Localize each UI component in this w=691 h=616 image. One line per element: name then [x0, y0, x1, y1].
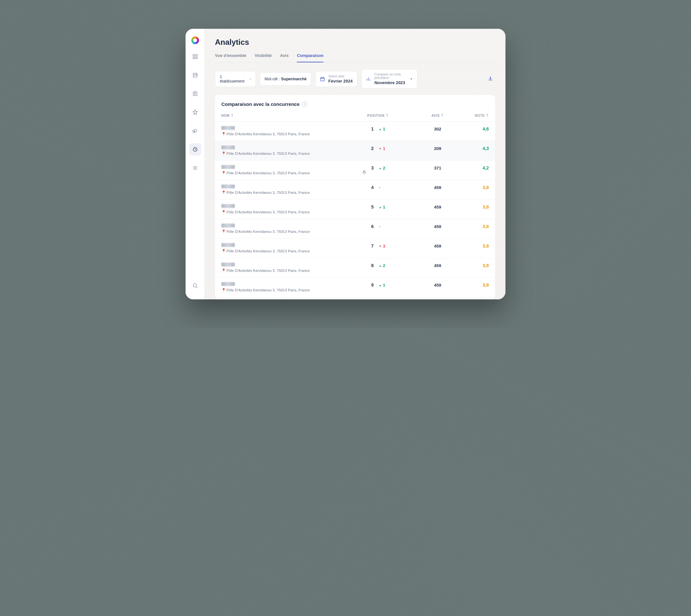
- svg-point-7: [193, 284, 197, 287]
- table-row[interactable]: 📍Pôle D'Activités Kervidanou 3, 75013 Pa…: [215, 180, 495, 200]
- card-heading-row: Comparaison avec la concurrence i: [215, 95, 495, 109]
- table-row[interactable]: 📍Pôle D'Activités Kervidanou 3, 75013 Pa…: [215, 239, 495, 258]
- nav-news[interactable]: [189, 88, 201, 100]
- pin-icon: 📍: [221, 210, 226, 214]
- nav-search[interactable]: [189, 280, 201, 292]
- table-row[interactable]: 📍Pôle D'Activités Kervidanou 3, 75013 Pa…: [215, 160, 495, 180]
- info-icon[interactable]: i: [302, 102, 307, 107]
- competitor-name-redacted: [221, 146, 235, 149]
- pin-icon: 📍: [221, 171, 226, 175]
- position-value: 2: [367, 146, 374, 151]
- competitor-name-redacted: [221, 184, 235, 189]
- filter-establishment-label: 1 établissement: [220, 74, 247, 84]
- competitor-address: 📍Pôle D'Activités Kervidanou 3, 75013 Pa…: [221, 249, 367, 253]
- position-value: 9: [367, 282, 374, 288]
- position-change: ▲1: [379, 283, 385, 288]
- pointer-cursor-icon: [362, 170, 367, 175]
- filter-keyword[interactable]: Mot-clé : Supermarché: [260, 72, 311, 86]
- nav-chat[interactable]: [189, 125, 201, 137]
- filter-establishment[interactable]: 1 établissement ›: [215, 71, 256, 87]
- pin-icon: 📍: [221, 191, 226, 195]
- competitor-name-redacted: [221, 282, 235, 286]
- position-change: ▲2: [379, 263, 385, 268]
- competitor-address: 📍Pôle D'Activités Kervidanou 3, 75013 Pa…: [221, 132, 367, 136]
- table-row[interactable]: 📍Pôle D'Activités Kervidanou 3, 75013 Pa…: [215, 200, 495, 219]
- col-name[interactable]: NOM▲▼: [221, 113, 367, 117]
- rating-value: 4,6: [483, 126, 489, 131]
- search-icon: [192, 283, 198, 288]
- col-note[interactable]: NOTE▲▼: [457, 113, 489, 117]
- table-row[interactable]: 📍Pôle D'Activités Kervidanou 3, 75013 Pa…: [215, 219, 495, 239]
- reviews-count: 459: [434, 205, 441, 210]
- nav-menu[interactable]: [189, 162, 201, 174]
- download-button[interactable]: [485, 73, 495, 84]
- sort-icon: ▲▼: [231, 113, 234, 117]
- grid-icon: [192, 54, 198, 60]
- table-row[interactable]: 📍Pôle D'Activités Kervidanou 3, 75013 Pa…: [215, 258, 495, 278]
- reviews-count: 371: [434, 166, 441, 171]
- competitor-address: 📍Pôle D'Activités Kervidanou 3, 75013 Pa…: [221, 210, 367, 214]
- svg-point-5: [193, 131, 195, 132]
- filter-date-caption: Select date: [328, 74, 352, 78]
- tab-overview[interactable]: Vue d'ensemble: [215, 51, 246, 62]
- rating-value: 3,8: [483, 224, 489, 229]
- reviews-count: 459: [434, 224, 441, 229]
- reviews-count: 459: [434, 263, 441, 268]
- competitor-address: 📍Pôle D'Activités Kervidanou 3, 75013 Pa…: [221, 268, 367, 273]
- col-avis[interactable]: AVIS▲▼: [418, 113, 457, 117]
- pin-icon: 📍: [221, 249, 226, 253]
- nav-reviews[interactable]: [189, 106, 201, 118]
- filter-compare[interactable]: Comparer au mois précédent Novembre 2023…: [361, 69, 417, 89]
- pin-icon: 📍: [221, 132, 226, 136]
- main-content: Analytics Vue d'ensemble Visibilité Avis…: [205, 29, 505, 299]
- col-position[interactable]: POSITION▲▼: [367, 113, 418, 117]
- table-row[interactable]: [215, 297, 495, 299]
- competitor-address: 📍Pôle D'Activités Kervidanou 3, 75013 Pa…: [221, 288, 367, 292]
- trend-icon: ▼: [379, 147, 382, 150]
- svg-rect-3: [195, 57, 197, 59]
- nav-dashboard[interactable]: [189, 50, 201, 63]
- app-logo: [191, 37, 199, 44]
- tab-reviews[interactable]: Avis: [280, 51, 288, 62]
- rating-value: 3,8: [483, 282, 489, 288]
- trend-icon: ▲: [379, 128, 382, 131]
- reviews-count: 302: [434, 127, 441, 131]
- tab-visibility[interactable]: Visibilité: [255, 51, 272, 62]
- chat-icon: [192, 128, 198, 134]
- tab-comparison[interactable]: Comparaison: [297, 51, 323, 62]
- position-value: 1: [367, 126, 374, 131]
- trend-icon: ▼: [379, 245, 382, 248]
- reviews-count: 459: [434, 244, 441, 248]
- chevron-right-icon: ›: [250, 77, 251, 81]
- filter-date-value: Février 2024: [328, 79, 352, 84]
- trend-icon: ▲: [379, 264, 382, 267]
- filter-keyword-text: Mot-clé : Supermarché: [264, 77, 306, 81]
- table-body: 📍Pôle D'Activités Kervidanou 3, 75013 Pa…: [215, 122, 495, 299]
- sort-icon: ▲▼: [486, 113, 489, 117]
- competitor-name-redacted: [221, 165, 235, 169]
- position-change: ▲1: [379, 205, 385, 210]
- table-row[interactable]: 📍Pôle D'Activités Kervidanou 3, 75013 Pa…: [215, 141, 495, 160]
- reviews-count: 459: [434, 185, 441, 190]
- nav-store[interactable]: [189, 69, 201, 81]
- nav-analytics[interactable]: [189, 143, 201, 155]
- competitor-address: 📍Pôle D'Activités Kervidanou 3, 75013 Pa…: [221, 151, 367, 156]
- position-change: ▲1: [379, 127, 385, 131]
- rating-value: 4,2: [483, 166, 489, 171]
- rating-value: 3,8: [483, 243, 489, 248]
- card-heading: Comparaison avec la concurrence: [221, 102, 299, 107]
- competitor-name-redacted: [221, 204, 235, 208]
- table-row[interactable]: 📍Pôle D'Activités Kervidanou 3, 75013 Pa…: [215, 122, 495, 141]
- position-change: =: [379, 224, 382, 229]
- competitor-name-redacted: [221, 263, 235, 266]
- svg-rect-2: [193, 57, 195, 59]
- rating-value: 4,3: [483, 146, 489, 151]
- filter-date[interactable]: Select date Février 2024: [315, 71, 357, 87]
- table-row[interactable]: 📍Pôle D'Activités Kervidanou 3, 75013 Pa…: [215, 278, 495, 297]
- position-value: 4: [367, 185, 374, 190]
- store-icon: [192, 72, 198, 78]
- filter-compare-value: Novembre 2023: [374, 80, 405, 85]
- calendar-icon: [320, 76, 325, 82]
- filter-bar: 1 établissement › Mot-clé : Supermarché …: [215, 63, 495, 95]
- table-header: NOM▲▼ POSITION▲▼ AVIS▲▼ NOTE▲▼: [215, 109, 495, 122]
